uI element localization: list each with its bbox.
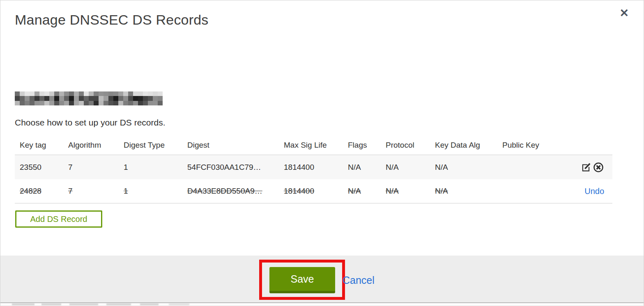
cell-key-tag: 24828 bbox=[15, 187, 68, 196]
redacted-domain-name bbox=[15, 91, 163, 105]
page-title: Manage DNSSEC DS Records bbox=[15, 12, 209, 28]
column-header-protocol: Protocol bbox=[386, 141, 435, 150]
column-header-public-key: Public Key bbox=[502, 141, 571, 150]
cancel-link[interactable]: Cancel bbox=[343, 274, 375, 286]
column-header-digest: Digest bbox=[187, 141, 284, 150]
cell-digest-type: 1 bbox=[124, 163, 187, 172]
cell-algorithm: 7 bbox=[68, 163, 124, 172]
cell-key-tag: 23550 bbox=[15, 163, 68, 172]
cell-key-data-alg: N/A bbox=[435, 187, 502, 196]
add-ds-record-button[interactable]: Add DS Record bbox=[15, 210, 102, 228]
instruction-text: Choose how to set up your DS records. bbox=[15, 118, 166, 128]
delete-icon[interactable] bbox=[593, 162, 604, 173]
column-header-key-tag: Key tag bbox=[15, 141, 68, 150]
table-row: 23550 7 1 54FCF030AA1C79… 1814400 N/A N/… bbox=[15, 155, 612, 179]
undo-link[interactable]: Undo bbox=[584, 187, 604, 196]
background-page-sliver bbox=[0, 303, 644, 306]
edit-icon[interactable] bbox=[580, 162, 592, 173]
cell-protocol: N/A bbox=[386, 187, 435, 196]
cell-algorithm: 7 bbox=[68, 187, 124, 196]
close-icon[interactable]: ✕ bbox=[619, 8, 629, 19]
cell-digest: D4A33E8DD550A9… bbox=[187, 187, 284, 196]
cell-flags: N/A bbox=[348, 163, 386, 172]
manage-dnssec-modal: Manage DNSSEC DS Records ✕ Choose how to… bbox=[0, 0, 644, 306]
row-actions: Undo bbox=[571, 187, 612, 196]
column-header-digest-type: Digest Type bbox=[124, 141, 187, 150]
save-button[interactable]: Save bbox=[269, 267, 335, 293]
row-actions bbox=[571, 162, 612, 173]
cell-protocol: N/A bbox=[386, 163, 435, 172]
column-header-flags: Flags bbox=[348, 141, 386, 150]
column-header-key-data-alg: Key Data Alg bbox=[435, 141, 502, 150]
cell-flags: N/A bbox=[348, 187, 386, 196]
table-row-deleted: 24828 7 1 D4A33E8DD550A9… 1814400 N/A N/… bbox=[15, 179, 612, 203]
cell-digest-type: 1 bbox=[124, 187, 187, 196]
table-header-row: Key tag Algorithm Digest Type Digest Max… bbox=[15, 136, 612, 155]
ds-records-table: Key tag Algorithm Digest Type Digest Max… bbox=[15, 136, 612, 203]
cell-digest: 54FCF030AA1C79… bbox=[187, 163, 284, 172]
cell-max-sig-life: 1814400 bbox=[284, 187, 348, 196]
cell-key-data-alg: N/A bbox=[435, 163, 502, 172]
column-header-max-sig-life: Max Sig Life bbox=[284, 141, 348, 150]
column-header-algorithm: Algorithm bbox=[68, 141, 124, 150]
cell-max-sig-life: 1814400 bbox=[284, 163, 348, 172]
